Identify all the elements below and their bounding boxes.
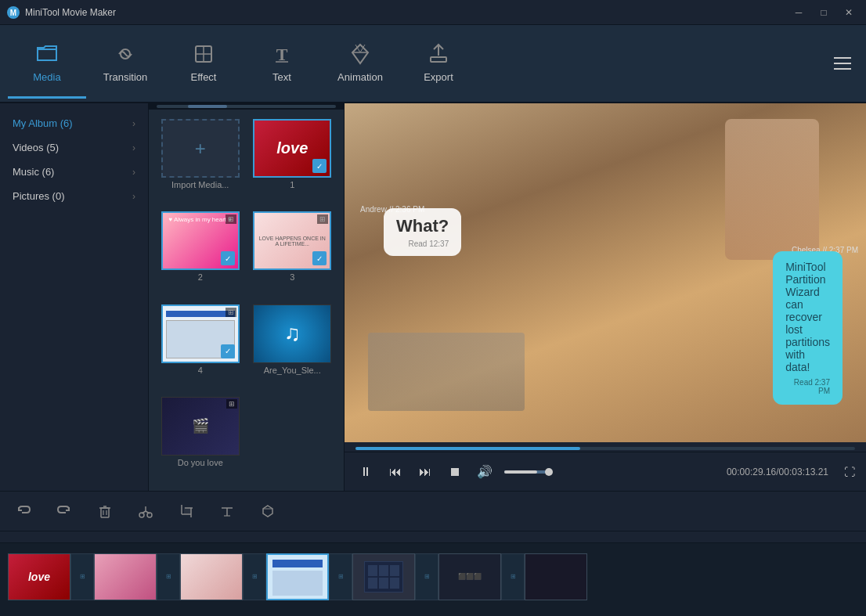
progress-bar[interactable] bbox=[355, 447, 855, 450]
sidebar-item-videos[interactable]: Videos (5) › bbox=[0, 135, 148, 160]
toolbar: Media Transition Effect T Text A bbox=[0, 25, 866, 103]
menu-button[interactable] bbox=[827, 48, 858, 79]
playback-controls: ⏸ ⏮ ⏭ ⏹ 🔊 00:00:29.16/00:03:13.21 ⛶ bbox=[345, 452, 866, 491]
timeline-clip-4[interactable] bbox=[266, 553, 329, 600]
timeline-transition-2-3[interactable]: ⊞ bbox=[157, 553, 180, 600]
media-item-music[interactable]: ♫ Are_You_Sle... bbox=[247, 301, 338, 392]
preview-panel: Andrew // 2:36 PM What? Read 12:37 Chels… bbox=[345, 103, 866, 491]
sidebar-item-pictures[interactable]: Pictures (0) › bbox=[0, 184, 148, 208]
undo-button[interactable] bbox=[11, 499, 36, 524]
toolbar-animation-label: Animation bbox=[337, 71, 383, 83]
timeline-clip-3[interactable] bbox=[180, 553, 243, 600]
time-display: 00:00:29.16/00:03:13.21 bbox=[727, 467, 828, 477]
media-item-video[interactable]: 🎬 ⊞ Do you love bbox=[155, 394, 246, 485]
effects-button[interactable] bbox=[255, 499, 280, 524]
import-label: Import Media... bbox=[171, 180, 229, 189]
media-label-2: 2 bbox=[198, 272, 203, 282]
media-thumb-img-4: ✓ ⊞ bbox=[161, 304, 240, 363]
progress-fill bbox=[355, 447, 580, 450]
timeline-transition-6-7[interactable]: ⊞ bbox=[501, 553, 525, 600]
step-back-button[interactable]: ⏮ bbox=[385, 462, 406, 482]
app-icon: M bbox=[6, 5, 20, 20]
crop-button[interactable] bbox=[174, 499, 199, 524]
svg-marker-32 bbox=[263, 506, 272, 517]
svg-marker-8 bbox=[352, 45, 368, 63]
timeline-container: ⌄ love ⊞ ⊞ ⊞ bbox=[0, 542, 866, 616]
redo-button[interactable] bbox=[52, 499, 77, 524]
timeline-thumb-6 bbox=[438, 553, 501, 600]
svg-rect-12 bbox=[431, 57, 446, 62]
scissors-icon bbox=[138, 503, 153, 519]
pause-button[interactable]: ⏸ bbox=[355, 462, 376, 482]
media-label-3: 3 bbox=[290, 272, 294, 282]
effect-icon bbox=[191, 41, 216, 67]
sidebar-item-music[interactable]: Music (6) › bbox=[0, 160, 148, 184]
sidebar-item-album[interactable]: My Album (6) › bbox=[0, 111, 148, 135]
gem-icon bbox=[260, 503, 276, 519]
toolbar-transition[interactable]: Transition bbox=[86, 28, 164, 99]
import-media-item[interactable]: + Import Media... bbox=[155, 116, 246, 207]
stop-button[interactable]: ⏹ bbox=[445, 462, 465, 482]
toolbar-media[interactable]: Media bbox=[8, 28, 86, 99]
svg-text:M: M bbox=[10, 9, 16, 17]
text-overlay-button[interactable] bbox=[215, 499, 240, 524]
close-button[interactable]: ✕ bbox=[838, 4, 860, 21]
timeline-thumb-5 bbox=[352, 553, 415, 600]
scrollbar-track bbox=[157, 105, 336, 108]
toolbar-text[interactable]: T Text bbox=[243, 28, 321, 99]
transition-icon bbox=[113, 41, 138, 67]
media-item-1[interactable]: love ✓ 1 bbox=[247, 116, 338, 207]
minimize-button[interactable]: ─ bbox=[788, 4, 810, 21]
media-item-2[interactable]: ♥ Always in my heart ♥ ✓ ⊞ 2 bbox=[155, 208, 246, 299]
timeline-clip-6[interactable] bbox=[438, 553, 501, 600]
edit-toolbar bbox=[0, 491, 866, 531]
scrollbar-thumb bbox=[188, 105, 227, 108]
maximize-button[interactable]: □ bbox=[813, 4, 835, 21]
timeline-transition-1-2[interactable]: ⊞ bbox=[70, 553, 94, 600]
volume-button[interactable]: 🔊 bbox=[474, 462, 495, 482]
timeline-clip-1[interactable]: love bbox=[8, 553, 70, 600]
main-content: My Album (6) › Videos (5) › Music (6) › … bbox=[0, 103, 866, 491]
selected-check-2: ✓ bbox=[221, 251, 235, 265]
timeline-thumb-1: love bbox=[8, 553, 70, 600]
cut-button[interactable] bbox=[133, 499, 158, 524]
toolbar-effect[interactable]: Effect bbox=[164, 28, 243, 99]
selected-check-3: ✓ bbox=[312, 251, 327, 265]
media-thumb-img-1: love ✓ bbox=[253, 119, 331, 178]
volume-slider[interactable] bbox=[504, 470, 551, 474]
media-item-3[interactable]: LOVE HAPPENS ONCE IN A LIFETIME... ✓ ⊞ 3 bbox=[247, 208, 338, 299]
window-controls: ─ □ ✕ bbox=[788, 4, 860, 21]
timeline-transition-5-6[interactable]: ⊞ bbox=[415, 553, 438, 600]
fullscreen-button[interactable]: ⛶ bbox=[844, 466, 855, 478]
timeline-clip-5[interactable] bbox=[352, 553, 415, 600]
timeline-clip-7[interactable] bbox=[525, 553, 587, 600]
toolbar-export-label: Export bbox=[424, 71, 453, 83]
chat-area-right: Chelsea // 2:37 PM MiniTool Partition Wi… bbox=[792, 246, 858, 257]
svg-rect-14 bbox=[101, 508, 109, 517]
import-button[interactable]: + bbox=[161, 119, 240, 178]
media-grid: + Import Media... love ✓ 1 ♥ Always in m… bbox=[149, 110, 344, 491]
timeline-thumb-3 bbox=[180, 553, 243, 600]
media-thumb-img-video: 🎬 ⊞ bbox=[161, 397, 240, 456]
media-scrollbar[interactable] bbox=[149, 103, 344, 110]
delete-button[interactable] bbox=[92, 499, 117, 524]
media-panel: + Import Media... love ✓ 1 ♥ Always in m… bbox=[149, 103, 345, 491]
progress-bar-area[interactable] bbox=[345, 442, 866, 452]
timeline-clip-2[interactable] bbox=[94, 553, 157, 600]
media-item-4[interactable]: ✓ ⊞ 4 bbox=[155, 301, 246, 392]
toolbar-transition-label: Transition bbox=[103, 71, 148, 83]
toolbar-export[interactable]: Export bbox=[399, 28, 478, 99]
media-label-1: 1 bbox=[290, 180, 294, 189]
toolbar-animation[interactable]: Animation bbox=[321, 28, 399, 99]
toolbar-text-label: Text bbox=[272, 71, 291, 83]
media-thumb-img-3: LOVE HAPPENS ONCE IN A LIFETIME... ✓ ⊞ bbox=[253, 211, 331, 270]
timeline-transition-4-5[interactable]: ⊞ bbox=[329, 553, 352, 600]
timeline-thumb-7 bbox=[525, 553, 587, 600]
timeline-transition-3-4[interactable]: ⊞ bbox=[243, 553, 266, 600]
step-forward-button[interactable]: ⏭ bbox=[415, 462, 435, 482]
chat-bubble-2: MiniTool Partition Wizard can recover lo… bbox=[773, 251, 843, 405]
toolbar-effect-label: Effect bbox=[190, 71, 216, 83]
volume-handle bbox=[545, 468, 553, 476]
chevron-right-icon: › bbox=[132, 142, 135, 153]
redo-icon bbox=[56, 503, 72, 519]
